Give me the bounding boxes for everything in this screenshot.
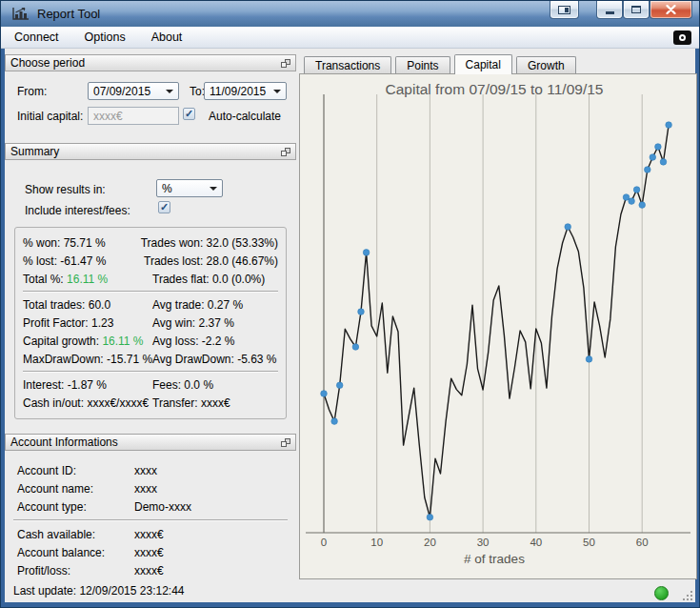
tab-transactions[interactable]: Transactions bbox=[304, 56, 391, 74]
stat-label: Trades flat: bbox=[152, 273, 212, 286]
initial-capital-input[interactable]: xxxx€ bbox=[88, 107, 179, 125]
stat-row: Cash in/out: xxxx€/xxxx€Transfer: xxxx€ bbox=[15, 394, 286, 412]
dock-window-icon bbox=[558, 6, 570, 14]
account-row-label: Account name: bbox=[17, 482, 134, 496]
trade-marker bbox=[629, 198, 635, 205]
to-date-combobox[interactable]: 11/09/2015 bbox=[204, 82, 287, 100]
stat-value: 60.0 bbox=[89, 298, 110, 312]
to-label: To: bbox=[190, 85, 205, 98]
stat-row: Interest: -1.87 %Fees: 0.0 % bbox=[15, 375, 286, 394]
app-chart-icon bbox=[11, 7, 30, 21]
stat-row: MaxDrawDown: -15.71 %Avg DrawDown: -5.63… bbox=[15, 350, 286, 368]
choose-period-header: Choose period bbox=[5, 54, 296, 71]
include-interest-checkbox[interactable]: ✓ bbox=[158, 201, 170, 213]
show-results-combobox[interactable]: % bbox=[156, 179, 223, 197]
dock-window-button[interactable] bbox=[550, 1, 579, 19]
tab-points[interactable]: Points bbox=[395, 56, 450, 74]
title-bar[interactable]: Report Tool bbox=[1, 1, 699, 27]
trade-marker bbox=[336, 382, 343, 389]
stat-cell: Profit Factor: 1.23 bbox=[23, 316, 152, 330]
tab-capital[interactable]: Capital bbox=[454, 54, 512, 74]
last-update-text: Last update: 12/09/2015 23:12:44 bbox=[13, 584, 185, 598]
stat-label: Transfer: bbox=[152, 396, 201, 410]
stat-value: -15.71 % bbox=[107, 353, 152, 366]
x-tick-label: 50 bbox=[583, 537, 595, 548]
chevron-down-icon bbox=[273, 90, 281, 93]
float-panel-icon[interactable] bbox=[281, 148, 290, 156]
summary-header: Summary bbox=[5, 143, 296, 160]
close-button[interactable] bbox=[650, 1, 692, 19]
stat-label: % lost: bbox=[23, 254, 60, 268]
to-date-value: 11/09/2015 bbox=[210, 85, 270, 98]
float-panel-icon[interactable] bbox=[281, 438, 290, 447]
x-tick-label: 20 bbox=[424, 537, 436, 548]
x-axis-label: # of trades bbox=[464, 552, 525, 566]
x-tick-label: 60 bbox=[636, 537, 649, 548]
stat-value: 0.27 % bbox=[208, 298, 243, 312]
tab-growth[interactable]: Growth bbox=[516, 56, 576, 74]
stat-value: -61.47 % bbox=[60, 254, 106, 268]
account-row-label: Account type: bbox=[17, 500, 134, 514]
account-row-value: xxxx€ bbox=[134, 564, 164, 578]
stat-label: Avg trade: bbox=[152, 298, 208, 312]
initial-capital-value: xxxx€ bbox=[93, 110, 123, 123]
trade-marker bbox=[427, 514, 433, 520]
stat-row: Profit Factor: 1.23Avg win: 2.37 % bbox=[15, 314, 286, 332]
trade-marker bbox=[639, 202, 646, 209]
minimize-button[interactable] bbox=[596, 1, 623, 19]
stat-value: xxxx€ bbox=[201, 396, 230, 410]
account-rows: Account ID:xxxxAccount name:xxxxAccount … bbox=[5, 461, 296, 579]
chevron-down-icon bbox=[210, 187, 217, 191]
account-row: Profit/loss:xxxx€ bbox=[5, 561, 296, 579]
stat-label: Capital growth: bbox=[23, 334, 102, 348]
resize-grip[interactable] bbox=[682, 590, 693, 601]
from-date-combobox[interactable]: 07/09/2015 bbox=[88, 82, 179, 100]
stat-label: Cash in/out: bbox=[23, 396, 87, 410]
choose-period-title: Choose period bbox=[10, 56, 281, 70]
stat-cell: Avg win: 2.37 % bbox=[152, 316, 278, 330]
trade-marker bbox=[352, 344, 359, 351]
x-tick-label: 40 bbox=[530, 537, 542, 548]
account-row-value: xxxx€ bbox=[134, 528, 164, 541]
menu-item-options[interactable]: Options bbox=[83, 30, 128, 45]
trade-marker bbox=[645, 167, 651, 173]
stat-cell: Fees: 0.0 % bbox=[152, 378, 278, 392]
stat-value: 1.23 bbox=[91, 316, 113, 330]
account-informations-header: Account Informations bbox=[5, 434, 296, 451]
menu-item-connect[interactable]: Connect bbox=[12, 30, 61, 45]
close-icon bbox=[666, 5, 676, 14]
menu-item-about[interactable]: About bbox=[150, 30, 185, 45]
stat-cell: Avg loss: -2.2 % bbox=[152, 334, 278, 348]
auto-calculate-checkbox[interactable]: ✓ bbox=[183, 108, 195, 120]
show-results-value: % bbox=[162, 182, 206, 195]
stat-label: Fees: bbox=[152, 378, 184, 392]
account-row: Account name:xxxx bbox=[5, 479, 296, 497]
summary-title: Summary bbox=[10, 145, 281, 158]
trade-marker bbox=[358, 309, 365, 315]
float-panel-icon[interactable] bbox=[281, 59, 290, 68]
trade-marker bbox=[586, 356, 592, 363]
left-panel: Choose period From: 07/09/2015 To: 11/09… bbox=[5, 49, 296, 602]
stat-row: % won: 75.71 %Trades won: 32.0 (53.33%) bbox=[15, 233, 286, 252]
stat-row: Total trades: 60.0Avg trade: 0.27 % bbox=[15, 295, 286, 314]
trade-marker bbox=[565, 224, 571, 231]
chevron-down-icon bbox=[166, 90, 173, 93]
chart-title: Capital from 07/09/15 to 11/09/15 bbox=[386, 81, 604, 97]
account-row-label: Account balance: bbox=[17, 546, 134, 559]
account-row-value: Demo-xxxx bbox=[134, 500, 191, 514]
stat-cell: Capital growth: 16.11 % bbox=[23, 334, 152, 348]
stat-value: -1.87 % bbox=[68, 378, 107, 392]
stat-label: Profit Factor: bbox=[23, 316, 91, 330]
trade-marker bbox=[331, 418, 338, 425]
stat-cell: Avg trade: 0.27 % bbox=[152, 298, 278, 312]
stat-value: 2.37 % bbox=[198, 316, 233, 330]
screenshot-camera-button[interactable] bbox=[673, 30, 691, 45]
account-row: Account balance:xxxx€ bbox=[5, 543, 296, 561]
trade-marker bbox=[623, 194, 630, 201]
stat-cell: Avg DrawDown: -5.63 % bbox=[152, 353, 278, 366]
stat-label: Avg DrawDown: bbox=[152, 353, 237, 366]
window-title: Report Tool bbox=[37, 7, 100, 21]
maximize-button[interactable] bbox=[623, 1, 650, 19]
stat-value: -5.63 % bbox=[237, 353, 276, 366]
auto-calculate-label: Auto-calculate bbox=[209, 110, 281, 123]
